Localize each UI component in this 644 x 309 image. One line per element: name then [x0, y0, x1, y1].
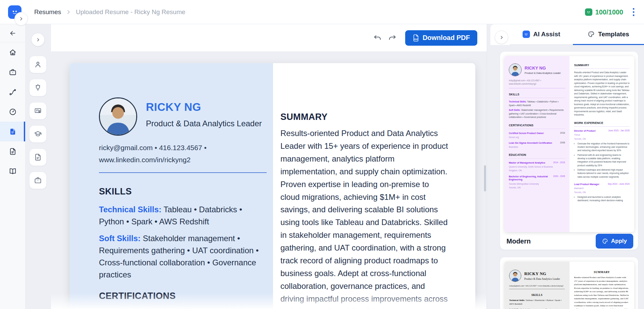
mini-degree: Master of Management Analytics	[509, 161, 545, 165]
credits-badge[interactable]: 100/1000	[585, 8, 623, 16]
tool-profile-button[interactable]	[29, 56, 47, 73]
summary-heading: SUMMARY	[280, 112, 475, 122]
mini-job-bullets: Oversaw the migration of the frontend fr…	[578, 142, 630, 179]
resume-title: Product & Data Analytics Leader	[146, 119, 262, 128]
mini-job-company: Thrive	[574, 133, 630, 136]
tab-templates-label: Templates	[598, 31, 629, 38]
mini-summary-heading: SUMMARY	[574, 63, 630, 67]
pdf-file-icon: PDF	[413, 34, 419, 42]
tab-templates[interactable]: Templates	[573, 24, 644, 45]
mini-divider	[509, 289, 565, 289]
mini-skills-heading: SKILLS	[509, 293, 565, 297]
sidebar-item-dashboard[interactable]	[0, 102, 25, 122]
mini-education-row: Master of Management Analytics 2014 - 20…	[509, 161, 565, 165]
mini-job-location: Toronto, ON	[574, 191, 630, 194]
mini-edu-location: Toronto, ON	[509, 186, 565, 189]
technical-skills-line: Technical Skills: Tableau • Databricks •…	[99, 204, 267, 228]
mini-cert-year: 2016	[560, 132, 565, 135]
mini-left-column: RICKY NG Product & Data Analytics Leader…	[504, 262, 570, 309]
editor-scrollbar[interactable]	[484, 165, 486, 191]
mini-job-bullet: Partnered with AI and engineering teams …	[578, 153, 630, 167]
briefcase-icon	[34, 176, 42, 184]
mini-certifications-heading: CERTIFICATIONS	[509, 124, 565, 127]
sidebar-item-home[interactable]	[0, 42, 25, 62]
sidebar-item-paths[interactable]	[0, 82, 25, 102]
mini-contact: ricky@gmail.com • 416.123.4567 • www.lin…	[509, 285, 565, 287]
tab-ai-assist[interactable]: AI Assist	[510, 24, 573, 45]
section-tool-column	[29, 33, 47, 195]
resume-document-icon	[9, 128, 17, 136]
mini-soft-label: Soft Skills:	[509, 109, 521, 111]
mini-technical-label: Technical Skills:	[509, 100, 527, 103]
mini-contact: ricky@gmail.com • 416.123.4567 • www.lin…	[509, 79, 565, 86]
panel-collapse-button[interactable]	[495, 31, 508, 44]
mini-cert-year: 2005	[560, 141, 565, 145]
book-icon	[9, 167, 17, 175]
download-pdf-label: Download PDF	[423, 34, 470, 42]
undo-button[interactable]	[372, 32, 384, 44]
sidebar-item-documents[interactable]	[0, 141, 25, 161]
redo-icon	[388, 33, 397, 42]
download-pdf-button[interactable]: PDF Download PDF	[405, 30, 477, 46]
template-classic-thumbnail[interactable]: RICKY NG Product & Data Analytics Leader…	[504, 262, 634, 309]
template-modern-thumbnail[interactable]: RICKY NG Product & Data Analytics Leader…	[504, 56, 634, 232]
tab-ai-assist-label: AI Assist	[533, 31, 560, 38]
chevron-right-icon	[36, 38, 40, 42]
mini-divider	[574, 126, 630, 127]
mini-name: RICKY NG	[524, 271, 560, 276]
redo-button[interactable]	[386, 32, 398, 44]
left-nav-rail	[0, 24, 25, 309]
sidebar-collapse-button[interactable]	[14, 12, 28, 26]
chevron-right-icon	[66, 9, 71, 15]
template-card-footer: Modern Apply	[504, 232, 634, 250]
tool-certifications-button[interactable]	[29, 102, 47, 120]
mini-job-bullets: Designed and launched a custom analytics…	[578, 195, 630, 202]
mini-right-column: SUMMARY Results-oriented Product and Dat…	[570, 56, 635, 232]
panel-tab-bar: AI Assist Templates	[490, 24, 644, 45]
mini-soft-skills: Soft Skills: Stakeholder management • Re…	[509, 108, 565, 119]
mini-divider	[574, 69, 630, 69]
summary-text: Results-oriented Product and Data Analyt…	[280, 127, 450, 309]
mini-job-row: Lead Product Manager Sep 2022 - June 202…	[574, 183, 630, 186]
tools-expand-button[interactable]	[31, 33, 45, 46]
mini-summary-heading: SUMMARY	[574, 270, 630, 274]
breadcrumb-resumes[interactable]: Resumes	[34, 8, 61, 16]
tool-tips-button[interactable]	[29, 79, 47, 96]
mini-right-column: SUMMARY Results-oriented Product and Dat…	[570, 262, 635, 309]
mini-profile-photo	[509, 270, 521, 282]
tool-education-button[interactable]	[29, 125, 47, 143]
profile-photo	[99, 97, 137, 136]
resume-divider	[99, 172, 267, 173]
resume-right-column: SUMMARY Results-oriented Product and Dat…	[273, 63, 475, 309]
tool-documents-button[interactable]	[29, 148, 47, 166]
svg-text:PDF: PDF	[414, 38, 418, 40]
sidebar-item-jobs[interactable]	[0, 62, 25, 82]
mini-cert-row: Certified Scrum Product Owner 2016	[509, 132, 565, 135]
mini-job-dates: Sep 2022 - June 2023	[608, 183, 630, 186]
mini-school: Toronto Metropolitan University	[509, 182, 565, 185]
mini-cert-row: Lean Six Sigma Greenbelt Certification 2…	[509, 141, 565, 145]
sidebar-item-resumes[interactable]	[0, 122, 25, 141]
back-button[interactable]	[0, 24, 25, 42]
mini-job-title: Lead Product Manager	[574, 183, 599, 186]
more-options-button[interactable]	[629, 6, 638, 18]
mini-cert-issuer: Brambles	[509, 145, 565, 148]
mini-technical-skills: Technical Skills: Tableau • Databricks •…	[509, 100, 565, 107]
tool-experience-button[interactable]	[29, 172, 47, 189]
resume-sheet[interactable]: RICKY NG Product & Data Analytics Leader…	[70, 63, 475, 309]
mini-soft-skills: Soft Skills: Stakeholder management • Re…	[509, 308, 565, 309]
mini-job-company: MaintainX	[574, 187, 630, 190]
palette-icon	[602, 238, 608, 244]
mini-job-title: Director of Product	[574, 129, 596, 133]
chevron-right-icon	[19, 16, 23, 21]
sidebar-item-library[interactable]	[0, 161, 25, 181]
apply-template-button[interactable]: Apply	[596, 234, 633, 249]
mini-job-bullet: Oversaw the migration of the frontend fr…	[578, 142, 630, 152]
template-card-classic: RICKY NG Product & Data Analytics Leader…	[500, 257, 638, 309]
mini-title: Product & Data Analytics Leader	[525, 72, 561, 75]
mini-skills-heading: SKILLS	[509, 93, 565, 96]
mini-cert-name: Lean Six Sigma Greenbelt Certification	[509, 141, 552, 145]
mini-job-bullet: Defined roadmaps and delivered high-impa…	[578, 168, 630, 179]
credits-count: 100/1000	[595, 8, 623, 16]
graduation-cap-icon	[34, 130, 42, 138]
